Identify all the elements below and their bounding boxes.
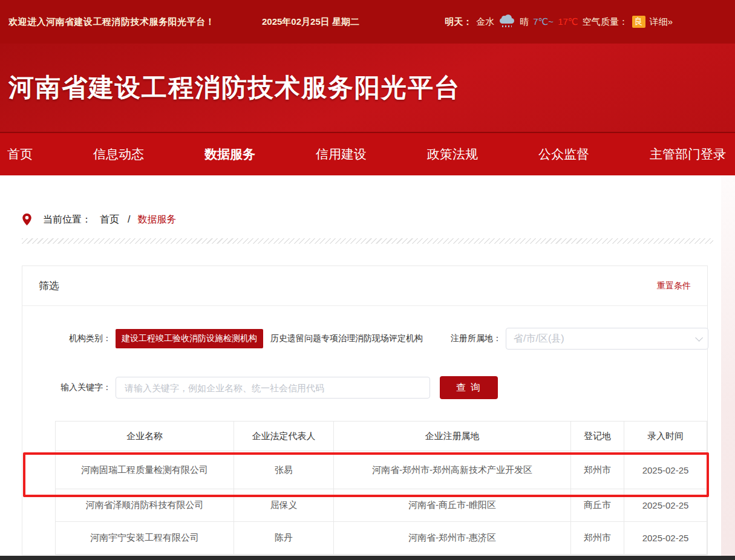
welcome-text: 欢迎进入河南省建设工程消防技术服务阳光平台！ [8, 16, 215, 28]
cell-legal-representative: 陈丹 [234, 522, 334, 555]
filter-panel: 筛选 重置条件 机构类别： 建设工程竣工验收消防设施检测机构 历史遗留问题专项治… [22, 265, 708, 555]
category-option-inspection-agency[interactable]: 建设工程竣工验收消防设施检测机构 [116, 329, 263, 348]
nav-item-news[interactable]: 信息动态 [93, 146, 144, 163]
table-row[interactable]: 河南宇宁安装工程有限公司 陈丹 河南省-郑州市-惠济区 郑州市 2025-02-… [56, 522, 707, 555]
cell-legal-representative: 张易 [234, 451, 334, 489]
reset-filters-link[interactable]: 重置条件 [657, 281, 691, 291]
cell-entry-date: 2025-02-25 [624, 451, 707, 489]
cell-registration-place: 郑州市 [571, 522, 624, 555]
category-option-legacy-assessment-agency[interactable]: 历史遗留问题专项治理消防现场评定机构 [264, 329, 429, 348]
air-quality-label: 空气质量： [583, 16, 628, 28]
site-masthead: 河南省建设工程消防技术服务阳光平台 [0, 44, 735, 132]
cloud-drizzle-icon [498, 17, 515, 27]
region-label: 注册所属地： [429, 333, 506, 344]
breadcrumb-separator: / [128, 214, 130, 225]
table-row-highlighted[interactable]: 河南固瑞工程质量检测有限公司 张易 河南省-郑州市-郑州高新技术产业开发区 郑州… [56, 451, 707, 489]
col-registration-place: 登记地 [571, 422, 624, 451]
cell-registered-location: 河南省-商丘市-睢阳区 [334, 489, 571, 522]
nav-item-data-service[interactable]: 数据服务 [204, 146, 255, 163]
breadcrumb: 当前位置： 首页 / 数据服务 [22, 213, 735, 226]
breadcrumb-label: 当前位置： [43, 213, 91, 226]
col-registered-location: 企业注册属地 [334, 422, 571, 451]
breadcrumb-current-link[interactable]: 数据服务 [137, 213, 176, 226]
search-button[interactable]: 查 询 [440, 376, 498, 399]
location-pin-icon [22, 213, 32, 226]
col-legal-representative: 企业法定代表人 [234, 422, 334, 451]
cell-company-name: 河南宇宁安装工程有限公司 [56, 522, 234, 555]
category-label: 机构类别： [39, 333, 116, 344]
weather-widget: 明天： 金水 晴 7℃~ 17℃ 空气质量： 良 详细» [445, 16, 673, 28]
keyword-input[interactable] [116, 377, 430, 399]
filter-title: 筛选 [39, 279, 59, 293]
col-company-name: 企业名称 [56, 422, 234, 451]
results-table-wrap: 企业名称 企业法定代表人 企业注册属地 登记地 录入时间 河南固瑞工程质量检测有… [55, 421, 675, 555]
site-title: 河南省建设工程消防技术服务阳光平台 [8, 71, 461, 105]
chevron-down-icon [695, 334, 703, 342]
temp-high: 17℃ [558, 16, 578, 27]
cell-company-name: 河南固瑞工程质量检测有限公司 [56, 451, 234, 489]
weather-district: 金水 [476, 16, 494, 28]
results-table: 企业名称 企业法定代表人 企业注册属地 登记地 录入时间 河南固瑞工程质量检测有… [55, 421, 707, 555]
filter-panel-body: 机构类别： 建设工程竣工验收消防设施检测机构 历史遗留问题专项治理消防现场评定机… [22, 306, 707, 555]
weather-tomorrow-label: 明天： [445, 16, 472, 28]
footer-bar [0, 556, 735, 560]
cell-entry-date: 2025-02-25 [624, 522, 707, 555]
primary-nav: 首页 信息动态 数据服务 信用建设 政策法规 公众监督 主管部门登录 [0, 132, 735, 175]
region-filter-group: 注册所属地： 省/市/区(县) [429, 328, 708, 350]
filter-panel-header: 筛选 重置条件 [22, 266, 707, 306]
cell-registered-location: 河南省-郑州市-惠济区 [334, 522, 571, 555]
keyword-filter-row: 输入关键字： 查 询 [39, 376, 691, 399]
cell-registration-place: 郑州市 [571, 451, 624, 489]
cell-legal-representative: 屈保义 [234, 489, 334, 522]
cell-registered-location: 河南省-郑州市-郑州高新技术产业开发区 [334, 451, 571, 489]
nav-item-policy[interactable]: 政策法规 [427, 146, 478, 163]
nav-item-credit[interactable]: 信用建设 [316, 146, 367, 163]
table-header-row: 企业名称 企业法定代表人 企业注册属地 登记地 录入时间 [56, 422, 707, 451]
top-utility-bar: 欢迎进入河南省建设工程消防技术服务阳光平台！ 2025年02月25日 星期二 明… [0, 0, 735, 44]
breadcrumb-home-link[interactable]: 首页 [100, 213, 119, 226]
right-edge-strip [721, 177, 735, 556]
cell-registration-place: 商丘市 [571, 489, 624, 522]
air-quality-badge: 良 [632, 16, 645, 28]
slash-divider [22, 238, 713, 244]
date-text: 2025年02月25日 星期二 [262, 16, 359, 28]
keyword-label: 输入关键字： [39, 382, 116, 393]
nav-item-home[interactable]: 首页 [7, 146, 33, 163]
table-row[interactable]: 河南省泽顺消防科技有限公司 屈保义 河南省-商丘市-睢阳区 商丘市 2025-0… [56, 489, 707, 522]
weather-condition: 晴 [520, 16, 529, 28]
temp-low: 7℃~ [533, 16, 554, 27]
category-filter-row: 机构类别： 建设工程竣工验收消防设施检测机构 历史遗留问题专项治理消防现场评定机… [39, 328, 691, 350]
col-entry-date: 录入时间 [624, 422, 707, 451]
nav-item-supervision[interactable]: 公众监督 [538, 146, 589, 163]
region-select-placeholder: 省/市/区(县) [514, 333, 695, 345]
cell-company-name: 河南省泽顺消防科技有限公司 [56, 489, 234, 522]
nav-item-admin-login[interactable]: 主管部门登录 [650, 146, 726, 163]
weather-detail-link[interactable]: 详细» [650, 16, 673, 28]
cell-entry-date: 2025-02-25 [624, 489, 707, 522]
region-select[interactable]: 省/市/区(县) [506, 328, 708, 350]
